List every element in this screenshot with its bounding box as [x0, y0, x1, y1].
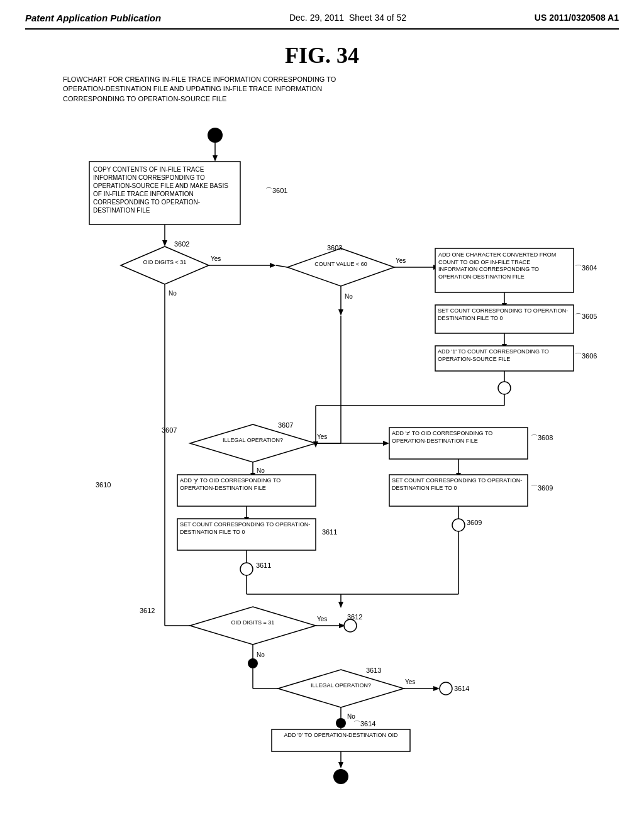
svg-marker-15	[287, 248, 394, 286]
svg-text:3613: 3613	[366, 667, 381, 674]
svg-marker-22	[338, 309, 343, 316]
svg-text:⌒3601: ⌒3601	[265, 187, 287, 194]
svg-point-97	[440, 682, 452, 695]
svg-rect-61	[177, 475, 316, 506]
svg-text:⌒3606: ⌒3606	[575, 352, 597, 360]
svg-marker-48	[383, 441, 389, 446]
svg-text:⌒3604: ⌒3604	[575, 264, 597, 272]
svg-text:3603: 3603	[327, 244, 342, 252]
svg-line-24	[276, 265, 287, 267]
header-date-sheet: Dec. 29, 2011 Sheet 34 of 52	[289, 13, 406, 23]
svg-text:No: No	[257, 467, 265, 474]
svg-text:Yes: Yes	[317, 616, 327, 622]
svg-marker-2	[213, 155, 218, 162]
svg-rect-65	[177, 519, 316, 550]
svg-text:No: No	[169, 290, 177, 297]
svg-rect-50	[389, 428, 528, 459]
svg-marker-32	[502, 344, 507, 350]
svg-rect-3	[89, 162, 240, 224]
svg-text:3614: 3614	[454, 685, 469, 692]
svg-text:COUNT VALUE < 60: COUNT VALUE < 60	[314, 261, 367, 267]
header-patent-num: US 2011/0320508 A1	[535, 13, 619, 23]
svg-point-85	[344, 619, 357, 632]
svg-marker-64	[244, 517, 249, 523]
svg-point-100	[336, 718, 346, 728]
svg-text:3602: 3602	[174, 240, 189, 248]
svg-marker-89	[278, 670, 404, 707]
svg-marker-11	[270, 263, 276, 268]
svg-text:⌒3609: ⌒3609	[531, 484, 553, 492]
svg-text:Yes: Yes	[396, 257, 406, 264]
svg-text:3610: 3610	[96, 481, 111, 489]
svg-text:No: No	[347, 713, 355, 720]
svg-marker-105	[338, 762, 343, 768]
svg-text:ILLEGAL OPERATION?: ILLEGAL OPERATION?	[311, 682, 371, 689]
svg-point-36	[498, 382, 511, 394]
svg-marker-77	[190, 607, 316, 645]
header: Patent Application Publication Dec. 29, …	[25, 13, 619, 30]
svg-text:Yes: Yes	[405, 678, 415, 685]
svg-marker-37	[190, 424, 316, 462]
svg-marker-59	[250, 473, 255, 479]
svg-marker-6	[162, 240, 167, 246]
figure-title: FIG. 34	[25, 42, 619, 69]
svg-point-0	[208, 128, 223, 143]
svg-marker-7	[121, 246, 209, 284]
svg-text:3612: 3612	[347, 613, 362, 621]
svg-text:3611: 3611	[322, 528, 337, 536]
page: Patent Application Publication Dec. 29, …	[0, 0, 644, 830]
svg-text:ILLEGAL OPERATION?: ILLEGAL OPERATION?	[223, 437, 283, 443]
svg-text:3607: 3607	[162, 426, 177, 434]
svg-marker-43	[313, 441, 318, 448]
svg-text:Yes: Yes	[211, 255, 221, 262]
svg-rect-102	[272, 729, 410, 751]
svg-marker-53	[456, 473, 461, 479]
svg-rect-33	[435, 346, 574, 371]
svg-point-57	[452, 519, 465, 531]
svg-point-87	[248, 658, 258, 668]
svg-text:⌒3614: ⌒3614	[353, 720, 375, 728]
svg-text:No: No	[257, 651, 265, 658]
svg-point-68	[240, 563, 253, 575]
svg-text:OID DIGITS = 31: OID DIGITS = 31	[231, 619, 275, 626]
diagram-svg: COPY CONTENTS OF IN-FILE TRACE INFORMATI…	[33, 116, 611, 795]
svg-rect-25	[435, 248, 574, 292]
svg-text:⌒3605: ⌒3605	[575, 313, 597, 320]
svg-marker-19	[433, 265, 440, 270]
svg-text:Yes: Yes	[317, 433, 327, 440]
svg-rect-54	[389, 475, 528, 506]
svg-text:⌒3608: ⌒3608	[531, 434, 553, 441]
svg-marker-76	[338, 602, 343, 608]
svg-text:3609: 3609	[467, 519, 482, 526]
svg-marker-28	[502, 303, 507, 309]
svg-marker-83	[339, 623, 345, 628]
svg-text:OID DIGITS < 31: OID DIGITS < 31	[143, 259, 187, 265]
svg-text:3611: 3611	[256, 562, 271, 569]
figure-description: FLOWCHART FOR CREATING IN-FILE TRACE INF…	[63, 75, 619, 104]
header-publication: Patent Application Publication	[25, 13, 161, 23]
svg-marker-95	[433, 686, 440, 691]
svg-text:No: No	[345, 293, 353, 300]
svg-point-106	[333, 769, 348, 784]
svg-text:3607: 3607	[278, 421, 293, 429]
svg-text:3612: 3612	[140, 607, 155, 614]
diagram-area: COPY CONTENTS OF IN-FILE TRACE INFORMATI…	[33, 116, 611, 795]
svg-rect-29	[435, 305, 574, 333]
